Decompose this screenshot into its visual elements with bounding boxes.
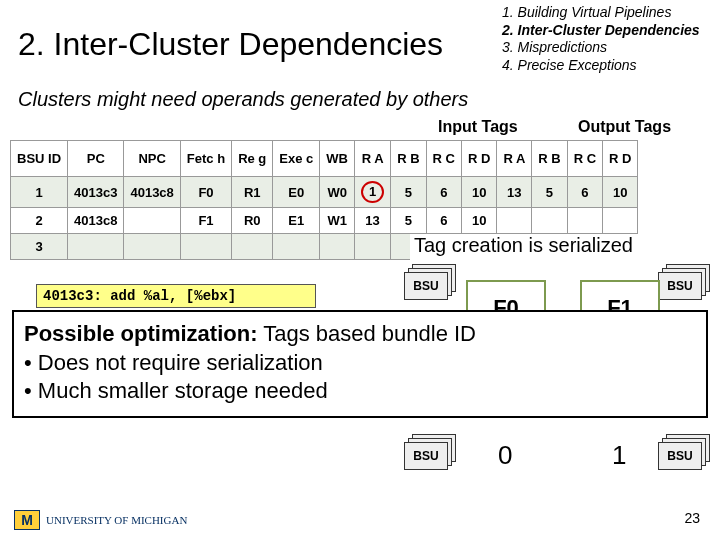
th: PC [68, 141, 124, 177]
optimization-box: Possible optimization: Tags based bundle… [12, 310, 708, 418]
td: W1 [320, 208, 355, 234]
td: 5 [391, 208, 426, 234]
bsu-stack: BSU [404, 434, 454, 468]
td [273, 234, 320, 260]
circled-value: 1 [361, 181, 384, 203]
opt-lead: Possible optimization: [24, 321, 257, 346]
td: W0 [320, 177, 355, 208]
td: F1 [180, 208, 231, 234]
td: R1 [232, 177, 273, 208]
th: Re g [232, 141, 273, 177]
bsu-stack: BSU [404, 264, 454, 298]
td: 10 [603, 177, 638, 208]
subtitle: Clusters might need operands generated b… [18, 88, 468, 111]
opt-bullet-2: • Much smaller storage needed [24, 377, 696, 406]
td: 10 [461, 208, 496, 234]
outline-item-1: 1. Building Virtual Pipelines [502, 4, 712, 22]
slide-title: 2. Inter-Cluster Dependencies [18, 26, 443, 63]
asm-line-1: 4013c3: add %al, [%ebx] [36, 284, 316, 308]
td: 6 [567, 177, 602, 208]
bundle-id-1: 1 [612, 440, 626, 471]
michigan-m-icon: M [14, 510, 40, 530]
bundle-id-0: 0 [498, 440, 512, 471]
th: R B [532, 141, 567, 177]
td: 2 [11, 208, 68, 234]
td [320, 234, 355, 260]
serialized-note: Tag creation is serialized [410, 234, 708, 262]
th: R C [426, 141, 461, 177]
td: 4013c3 [68, 177, 124, 208]
td: 4013c8 [68, 208, 124, 234]
bsu-card: BSU [404, 442, 448, 470]
td [497, 208, 532, 234]
th: R D [603, 141, 638, 177]
university-name: UNIVERSITY OF MICHIGAN [46, 514, 187, 526]
th: Exe c [273, 141, 320, 177]
td: 5 [532, 177, 567, 208]
bsu-card: BSU [658, 442, 702, 470]
th: Fetc h [180, 141, 231, 177]
td: 13 [354, 208, 390, 234]
page-number: 23 [684, 510, 700, 526]
td: 3 [11, 234, 68, 260]
td [532, 208, 567, 234]
td: 10 [461, 177, 496, 208]
th: R A [497, 141, 532, 177]
th: R B [391, 141, 426, 177]
th: R A [354, 141, 390, 177]
input-tags-label: Input Tags [438, 118, 518, 136]
opt-tail: Tags based bundle ID [257, 321, 476, 346]
footer-logo: M UNIVERSITY OF MICHIGAN [14, 510, 187, 530]
td: E1 [273, 208, 320, 234]
th: WB [320, 141, 355, 177]
table-row: 1 4013c3 4013c8 F0 R1 E0 W0 1 5 6 10 13 … [11, 177, 638, 208]
td: E0 [273, 177, 320, 208]
outline-list: 1. Building Virtual Pipelines 2. Inter-C… [502, 4, 712, 74]
td [354, 234, 390, 260]
td: R0 [232, 208, 273, 234]
output-tags-label: Output Tags [578, 118, 671, 136]
opt-line1: Possible optimization: Tags based bundle… [24, 320, 696, 349]
td [180, 234, 231, 260]
td: 5 [391, 177, 426, 208]
td: 1 [354, 177, 390, 208]
th: BSU ID [11, 141, 68, 177]
td [68, 234, 124, 260]
bsu-stack: BSU [658, 264, 708, 298]
table-row: 2 4013c8 F1 R0 E1 W1 13 5 6 10 [11, 208, 638, 234]
th: R D [461, 141, 496, 177]
outline-item-3: 3. Mispredictions [502, 39, 712, 57]
outline-item-2: 2. Inter-Cluster Dependencies [502, 22, 712, 40]
th: NPC [124, 141, 180, 177]
td [124, 234, 180, 260]
bsu-card: BSU [404, 272, 448, 300]
td [567, 208, 602, 234]
opt-bullet-1: • Does not require serialization [24, 349, 696, 378]
td: 1 [11, 177, 68, 208]
td: 6 [426, 208, 461, 234]
table-header-row: BSU ID PC NPC Fetc h Re g Exe c WB R A R… [11, 141, 638, 177]
bsu-stack: BSU [658, 434, 708, 468]
td: 6 [426, 177, 461, 208]
th: R C [567, 141, 602, 177]
td: 4013c8 [124, 177, 180, 208]
td: F0 [180, 177, 231, 208]
bsu-card: BSU [658, 272, 702, 300]
td [232, 234, 273, 260]
td [124, 208, 180, 234]
td: 13 [497, 177, 532, 208]
outline-item-4: 4. Precise Exceptions [502, 57, 712, 75]
td [603, 208, 638, 234]
